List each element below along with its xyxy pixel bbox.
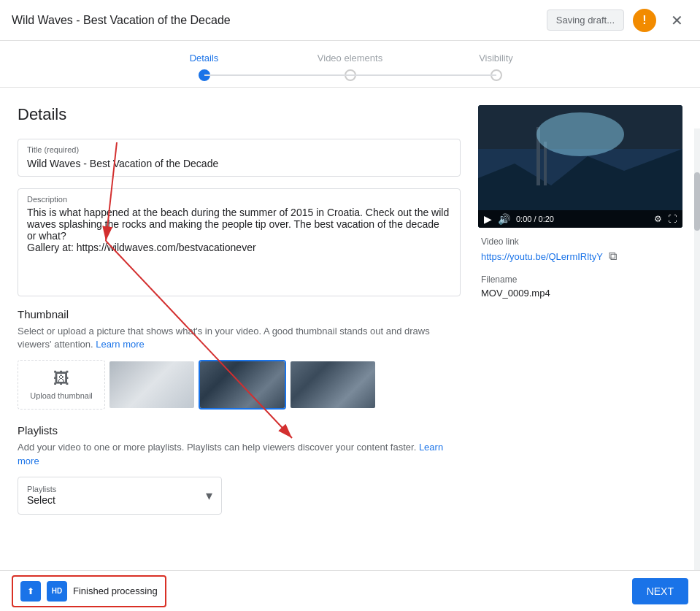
description-label: Description [27,195,451,204]
title-field: Title (required) [18,139,461,177]
header: Wild Waves - Best Vacation of the Decade… [0,0,700,41]
step-video-elements-label: Video elements [318,53,382,64]
title-input[interactable] [27,158,451,169]
settings-button[interactable]: ⚙ [654,214,662,224]
bottom-bar: ⬆ HD Finished processing NEXT [0,570,700,611]
next-button[interactable]: NEXT [632,578,688,604]
video-link-url[interactable]: https://youtu.be/QLermIRltyY [481,251,603,262]
status-text: Finished processing [73,585,158,596]
svg-point-5 [536,112,624,156]
svg-rect-4 [544,142,547,185]
step-video-elements[interactable]: Video elements [277,53,423,81]
video-background [478,105,682,228]
main-content: Details Title (required) Description Thi… [0,88,700,569]
step-details[interactable]: Details [131,53,277,81]
filename-section: Filename MOV_0009.mp4 [478,269,682,304]
warning-button[interactable]: ! [633,9,656,32]
thumbnail-option-1[interactable] [108,360,196,410]
section-title: Details [18,105,461,124]
playlists-dropdown-content: Playlists Select [27,485,56,507]
saving-draft-label: Saving draft... [547,9,624,31]
filename-value: MOV_0009.mp4 [481,288,680,299]
scrollbar[interactable] [694,128,700,611]
close-button[interactable]: ✕ [665,9,688,32]
filename-label: Filename [481,274,680,285]
fullscreen-button[interactable]: ⛶ [668,214,677,224]
header-actions: Saving draft... ! ✕ [547,9,688,32]
steps-line [204,74,496,76]
header-title: Wild Waves - Best Vacation of the Decade [12,14,231,27]
video-link-section: Video link https://youtu.be/QLermIRltyY … [478,237,682,263]
bottom-left: ⬆ HD Finished processing [20,581,158,602]
scrollbar-thumb[interactable] [694,172,700,231]
play-button[interactable]: ▶ [484,213,492,225]
upload-thumbnail-label: Upload thumbnail [30,391,93,400]
title-label: Title (required) [27,145,451,154]
upload-thumbnail-button[interactable]: 🖼 Upload thumbnail [18,360,105,410]
status-box: ⬆ HD Finished processing [12,575,166,607]
step-visibility-label: Visibility [479,53,513,64]
playlists-select-value: Select [27,494,55,506]
step-visibility[interactable]: Visibility [423,53,569,81]
thumbnail-image-1 [109,361,194,408]
time-display: 0:00 / 0:20 [516,215,554,223]
processing-icon-button[interactable]: HD [47,581,67,602]
chevron-down-icon: ▾ [206,488,212,504]
upload-thumbnail-icon: 🖼 [53,369,69,388]
video-link-row: https://youtu.be/QLermIRltyY ⧉ [481,250,680,263]
copy-link-button[interactable]: ⧉ [609,250,617,263]
thumbnail-image-3 [291,361,375,408]
thumbnail-option-3[interactable] [289,360,377,410]
thumbnail-learn-more[interactable]: Learn more [96,339,144,350]
description-field: Description This is what happened at the… [18,188,461,296]
left-panel: Details Title (required) Description Thi… [18,105,461,569]
right-panel: ▶ 🔊 0:00 / 0:20 ⚙ ⛶ Video link https://y… [478,105,682,569]
thumbnail-options: 🖼 Upload thumbnail [18,360,461,410]
thumbnail-description: Select or upload a picture that shows wh… [18,325,461,351]
upload-icon-button[interactable]: ⬆ [20,581,41,602]
video-scene [478,105,682,228]
processing-icon: HD [52,587,62,595]
upload-icon: ⬆ [27,586,34,596]
playlists-section: Playlists Add your video to one or more … [18,424,461,514]
playlists-description: Add your video to one or more playlists.… [18,441,461,467]
thumbnail-option-2[interactable] [199,360,286,410]
playlists-title: Playlists [18,424,461,437]
volume-button[interactable]: 🔊 [498,213,510,225]
video-preview: ▶ 🔊 0:00 / 0:20 ⚙ ⛶ [478,105,682,228]
steps-bar: Details Video elements Visibility [0,41,700,88]
video-link-label: Video link [481,237,680,247]
description-input[interactable]: This is what happened at the beach durin… [27,207,451,287]
thumbnail-title: Thumbnail [18,308,461,320]
playlists-select-label: Playlists [27,485,56,493]
step-details-label: Details [190,53,219,64]
thumbnail-section: Thumbnail Select or upload a picture tha… [18,308,461,410]
thumbnail-image-2 [200,361,285,408]
playlists-dropdown[interactable]: Playlists Select ▾ [18,477,222,515]
video-controls: ▶ 🔊 0:00 / 0:20 ⚙ ⛶ [478,210,682,228]
